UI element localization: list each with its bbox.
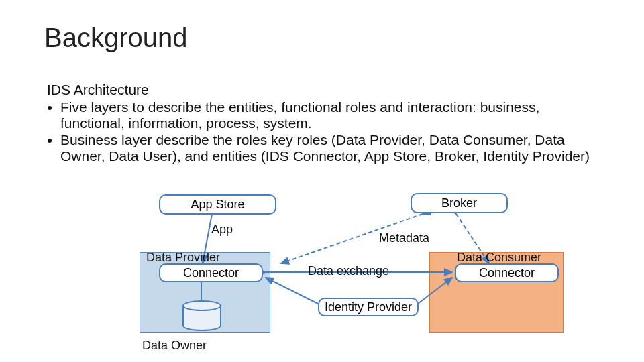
slide: Background IDS Architecture Five layers … — [0, 0, 644, 362]
data-provider-title: Data Provider — [146, 251, 220, 265]
data-consumer-title: Data Consumer — [457, 251, 541, 265]
data-exchange-label: Data exchange — [308, 264, 389, 278]
identity-provider-box: Identity Provider — [318, 298, 419, 316]
metadata-label: Metadata — [379, 231, 429, 245]
diagram: App Store Broker App Metadata Data Provi… — [0, 0, 644, 362]
svg-line-4 — [266, 278, 322, 306]
connector-left-box: Connector — [159, 263, 263, 282]
app-store-box: App Store — [159, 194, 276, 215]
data-owner-title: Data Owner — [142, 339, 207, 353]
connector-right-box: Connector — [455, 263, 559, 282]
broker-box: Broker — [411, 193, 508, 213]
app-label: App — [211, 223, 233, 237]
